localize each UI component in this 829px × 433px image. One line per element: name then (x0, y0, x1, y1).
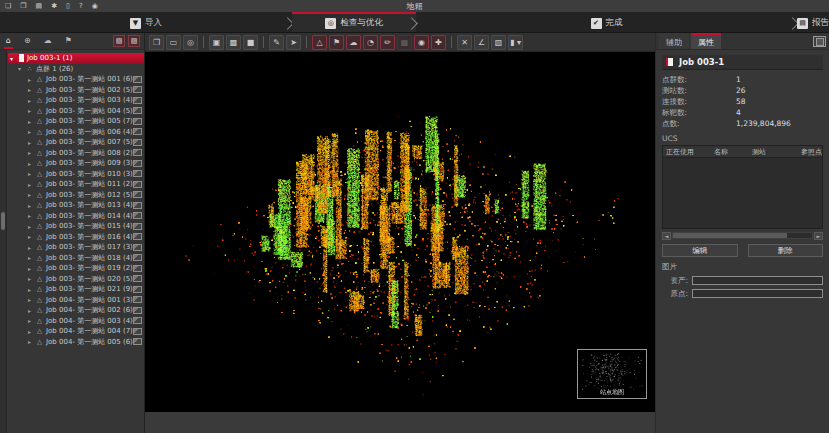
colormap-dropdown[interactable]: ▮ ▾ (508, 35, 523, 50)
asset-input[interactable] (692, 276, 823, 285)
thumbnail-icon[interactable] (133, 254, 142, 261)
image-annotation-icon[interactable]: ▦ (397, 35, 412, 50)
ucs-scrollbar[interactable]: ◄ ► (662, 231, 823, 240)
thumbnail-icon[interactable] (133, 107, 142, 114)
scrollbar-track[interactable] (672, 232, 813, 239)
expand-arrow-icon[interactable]: ▸ (28, 296, 35, 303)
cloud-annotation-icon[interactable]: ☁ (346, 35, 361, 50)
tree-item-station[interactable]: ▸ △ Job 003- 第一测站 003 (4) (8, 95, 144, 106)
thumbnail-icon[interactable] (133, 76, 142, 83)
tree-item-station[interactable]: ▸ △ Job 003- 第一测站 013 (4) (8, 200, 144, 211)
links-tab[interactable]: ⊕ (22, 33, 33, 49)
location-pin-icon[interactable]: ◉ (414, 35, 429, 50)
thumbnail-icon[interactable] (133, 233, 142, 240)
polyline-icon[interactable]: ∠ (474, 35, 489, 50)
origin-input[interactable] (692, 289, 823, 298)
thumbnail-icon[interactable] (133, 328, 142, 335)
tree-item-station[interactable]: ▸ △ Job 003- 第一测站 020 (5) (8, 274, 144, 285)
thumbnail-icon[interactable] (133, 191, 142, 198)
edit-button[interactable]: 编辑 (662, 244, 738, 257)
cloud-tab[interactable]: ☁ (42, 33, 54, 49)
toolbar-button[interactable] (203, 36, 204, 48)
thumbnail-icon[interactable] (133, 139, 142, 146)
expand-arrow-icon[interactable]: ▸ (28, 317, 35, 324)
tree-scrollbar-thumb[interactable] (1, 212, 5, 230)
tree-item-station[interactable]: ▸ △ Job 003- 第一测站 010 (3) (8, 169, 144, 180)
thumbnail-icon[interactable] (133, 307, 142, 314)
toolbar-button[interactable] (451, 36, 452, 48)
thumbnail-icon[interactable] (133, 149, 142, 156)
tree-item-station[interactable]: ▸ △ Job 004- 第一测站 003 (4) (8, 316, 144, 327)
thumbnail-icon[interactable] (133, 97, 142, 104)
expand-arrow-icon[interactable]: ▸ (28, 286, 35, 293)
tree-item-station[interactable]: ▸ △ Job 004- 第一测站 002 (6) (8, 305, 144, 316)
tree-item-group[interactable]: ▾ ∴ 点群 1 (26) (8, 64, 144, 75)
thumbnail-icon[interactable] (133, 128, 142, 135)
ucs-column-header[interactable]: 参照点 (798, 147, 822, 157)
import-data-icon[interactable]: ▤ (36, 0, 43, 12)
thumbnail-icon[interactable] (133, 212, 142, 219)
help-icon[interactable]: ? (79, 0, 83, 12)
tree-item-station[interactable]: ▸ △ Job 003- 第一测站 021 (9) (8, 284, 144, 295)
expand-arrow-icon[interactable]: ▸ (28, 275, 35, 282)
tag-annotation-icon[interactable]: ⚑ (329, 35, 344, 50)
copy-icon[interactable]: ❐ (149, 35, 164, 50)
expand-arrow-icon[interactable]: ▸ (28, 191, 35, 198)
thumbnail-icon[interactable] (133, 265, 142, 272)
thumbnail-icon[interactable] (133, 223, 142, 230)
thumbnail-icon[interactable] (133, 86, 142, 93)
expand-arrow-icon[interactable]: ▸ (28, 86, 35, 93)
info-icon[interactable]: ◉ (92, 0, 98, 12)
sphere-annotation-icon[interactable]: ◔ (363, 35, 378, 50)
settings-gear-icon[interactable]: ✱ (51, 0, 57, 12)
panorama-icon[interactable]: ■ (243, 35, 258, 50)
marquee-select-icon[interactable]: ▭ (166, 35, 181, 50)
tree-item-station[interactable]: ▸ △ Job 003- 第一测站 001 (6) (8, 74, 144, 85)
expand-arrow-icon[interactable]: ▸ (28, 107, 35, 114)
expand-arrow-icon[interactable]: ▸ (28, 202, 35, 209)
tree-item-station[interactable]: ▸ △ Job 004- 第一测站 004 (7) (8, 326, 144, 337)
workflow-tab[interactable]: ▼ 导入 (0, 12, 292, 32)
panel-layout-icon[interactable] (813, 36, 826, 47)
thumbnail-icon[interactable] (133, 244, 142, 251)
thumbnail-icon[interactable] (133, 296, 142, 303)
tree-item-station[interactable]: ▸ △ Job 003- 第一测站 015 (4) (8, 221, 144, 232)
properties-tab[interactable]: 辅助 (659, 33, 689, 49)
measure-icon[interactable]: ✎ (269, 35, 284, 50)
expand-arrow-icon[interactable]: ▸ (28, 254, 35, 261)
scroll-left-icon[interactable]: ◄ (662, 232, 671, 240)
save-project-icon[interactable]: ❐ (20, 0, 26, 12)
delete-icon[interactable]: ▯ (66, 0, 70, 12)
workflow-tab[interactable]: ◎ 检查与优化 (292, 12, 416, 32)
link-icon[interactable]: ✕ (457, 35, 472, 50)
scroll-right-icon[interactable]: ► (814, 232, 823, 240)
3d-viewport[interactable]: 站点地图 (145, 52, 655, 412)
tree-item-root[interactable]: ▾ Job 003-1 (1) (8, 53, 144, 64)
thumbnail-icon[interactable] (133, 286, 142, 293)
expand-arrow-icon[interactable]: ▸ (28, 170, 35, 177)
tree-item-station[interactable]: ▸ △ Job 003- 第一测站 004 (5) (8, 106, 144, 117)
workflow-tab[interactable]: ▤ 报告 (797, 12, 829, 32)
ucs-column-header[interactable]: 测站 (749, 147, 798, 157)
tree-item-station[interactable]: ▸ △ Job 003- 第一测站 011 (2) (8, 179, 144, 190)
thumbnail-icon[interactable] (133, 317, 142, 324)
pick-cursor-icon[interactable]: ➤ (286, 35, 301, 50)
properties-tab[interactable]: 属性 (691, 33, 721, 49)
project-tree-tab[interactable]: ⌂ (4, 33, 13, 49)
camera-icon[interactable]: ▣ (209, 35, 224, 50)
sitemap-minimap[interactable]: 站点地图 (577, 349, 647, 399)
collapse-arrow-icon[interactable]: ▾ (18, 65, 25, 72)
tree-item-station[interactable]: ▸ △ Job 003- 第一测站 018 (4) (8, 253, 144, 264)
delete-button[interactable]: 删除 (748, 244, 824, 257)
tags-tab[interactable]: ⚑ (63, 33, 74, 49)
thumbnail-icon[interactable] (133, 202, 142, 209)
tree-item-station[interactable]: ▸ △ Job 003- 第一测站 002 (5) (8, 85, 144, 96)
pan-tool-icon[interactable]: ✚ (431, 35, 446, 50)
expand-arrow-icon[interactable]: ▸ (28, 233, 35, 240)
expand-arrow-icon[interactable]: ▸ (28, 265, 35, 272)
tree-item-station[interactable]: ▸ △ Job 003- 第一测站 005 (7) (8, 116, 144, 127)
tree-scrollbar[interactable] (0, 50, 7, 433)
thumbnail-icon[interactable] (133, 170, 142, 177)
sitemap-icon[interactable]: ▧ (491, 35, 506, 50)
expand-arrow-icon[interactable]: ▸ (28, 307, 35, 314)
